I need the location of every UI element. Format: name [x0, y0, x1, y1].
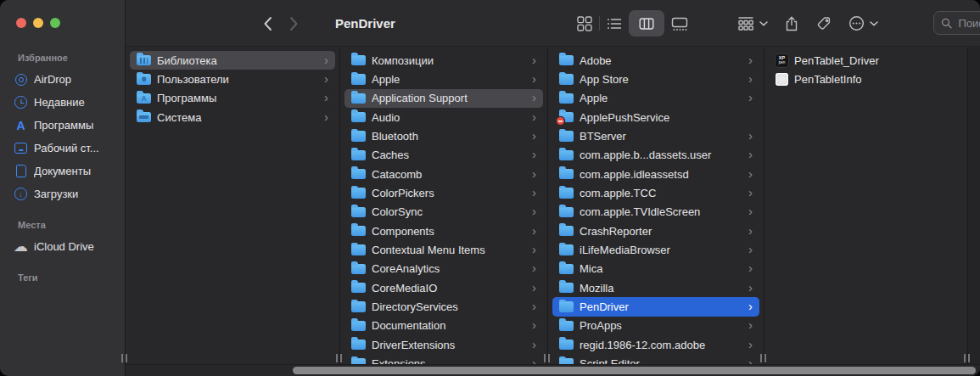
- disclosure-chevron-icon: [324, 110, 328, 123]
- file-row[interactable]: iLifeMediaBrowser: [552, 240, 759, 259]
- file-row[interactable]: Apple: [552, 89, 759, 108]
- file-row[interactable]: com.apple.TVIdleScreen: [552, 203, 759, 222]
- file-row[interactable]: CrashReporter: [552, 222, 759, 240]
- disclosure-chevron-icon: [532, 300, 536, 312]
- file-icon: [351, 301, 366, 312]
- file-row[interactable]: Catacomb: [344, 165, 543, 183]
- sidebar-item-label: iCloud Drive: [34, 240, 94, 253]
- file-row[interactable]: DirectoryServices: [344, 297, 543, 316]
- file-row[interactable]: PenDriver: [552, 297, 759, 316]
- file-row[interactable]: Audio: [344, 108, 543, 126]
- disclosure-chevron-icon: [532, 148, 536, 160]
- column-resize-handle[interactable]: [760, 354, 766, 362]
- sidebar-item[interactable]: iCloud Drive: [5, 235, 120, 258]
- file-icon: [351, 169, 366, 180]
- file-row[interactable]: com.apple.b...dassets.user: [552, 146, 759, 165]
- file-row[interactable]: CoreMediaIO: [344, 278, 543, 297]
- tag-icon: [815, 15, 832, 32]
- file-row[interactable]: Bluetooth: [344, 126, 543, 145]
- column-resize-handle[interactable]: [544, 354, 550, 362]
- file-row[interactable]: Caches: [344, 146, 543, 165]
- search-input[interactable]: [956, 16, 980, 31]
- horizontal-scrollbar-thumb[interactable]: [293, 367, 976, 374]
- column-resize-handle[interactable]: [121, 354, 127, 362]
- file-row[interactable]: com.apple.idleassetsd: [552, 165, 759, 183]
- file-row[interactable]: ColorPickers: [344, 183, 543, 202]
- window-title: PenDriver: [335, 0, 395, 47]
- file-row[interactable]: Система: [130, 108, 335, 126]
- file-row[interactable]: Библиотека: [130, 51, 335, 70]
- file-row[interactable]: ApplePushService: [552, 108, 759, 126]
- file-row[interactable]: Extensions: [344, 354, 543, 364]
- back-button[interactable]: [263, 16, 272, 31]
- sidebar-header-tags: Теги: [0, 272, 125, 283]
- sidebar-item[interactable]: Документы: [5, 160, 120, 182]
- share-icon: [783, 15, 800, 32]
- disclosure-chevron-icon: [532, 53, 536, 66]
- sidebar-item-label: Программы: [34, 119, 93, 132]
- search-field[interactable]: [933, 11, 980, 35]
- forward-button[interactable]: [289, 16, 299, 31]
- sidebar-item[interactable]: Программы: [5, 114, 120, 137]
- view-columns-button[interactable]: [629, 10, 664, 36]
- more-actions-button[interactable]: [848, 14, 878, 32]
- minimize-button[interactable]: [33, 18, 43, 28]
- file-row[interactable]: PenTablet_Driver: [769, 51, 963, 70]
- tags-button[interactable]: [815, 15, 832, 32]
- file-name: com.apple.TVIdleScreen: [580, 205, 739, 218]
- file-name: PenTablet_Driver: [794, 54, 943, 67]
- file-row[interactable]: PenTabletInfo: [769, 70, 963, 88]
- file-row[interactable]: Script Editor: [552, 354, 759, 364]
- file-row[interactable]: ColorSync: [344, 203, 543, 222]
- sidebar-locations-list: iCloud Drive: [0, 235, 125, 258]
- file-row[interactable]: Композиции: [344, 51, 543, 70]
- view-gallery-button[interactable]: [670, 15, 689, 32]
- share-button[interactable]: [783, 15, 800, 32]
- file-row[interactable]: Application Support: [344, 89, 543, 108]
- sidebar-item[interactable]: AirDrop: [5, 68, 120, 91]
- file-icon: [137, 55, 151, 66]
- file-row[interactable]: DriverExtensions: [344, 335, 543, 354]
- chevron-down-icon: [870, 21, 878, 26]
- file-row[interactable]: com.apple.TCC: [552, 183, 759, 202]
- group-by-button[interactable]: [736, 15, 768, 32]
- sidebar-item[interactable]: Загрузки: [5, 182, 120, 205]
- disclosure-chevron-icon: [748, 243, 753, 255]
- gallery-view-icon: [670, 15, 689, 32]
- column-resize-handle[interactable]: [336, 354, 342, 362]
- zoom-button[interactable]: [50, 18, 60, 28]
- sidebar-item[interactable]: Рабочий ст...: [5, 137, 120, 160]
- file-row[interactable]: Apple: [344, 70, 543, 88]
- file-row[interactable]: CoreAnalytics: [344, 260, 543, 278]
- view-switcher: [576, 10, 689, 36]
- view-icons-button[interactable]: [576, 15, 593, 32]
- file-row[interactable]: Пользователи: [130, 70, 335, 88]
- file-row[interactable]: Mozilla: [552, 278, 759, 297]
- column-divider: [764, 48, 764, 364]
- file-row[interactable]: Documentation: [344, 317, 543, 335]
- file-row[interactable]: ProApps: [552, 317, 759, 335]
- file-icon: [351, 207, 366, 218]
- file-row[interactable]: Adobe: [552, 51, 759, 70]
- file-name: com.apple.idleassetsd: [580, 168, 739, 181]
- file-icon: [559, 131, 574, 142]
- view-list-button[interactable]: [606, 15, 623, 32]
- toolbar: PenDriver: [126, 0, 980, 47]
- file-icon: [559, 74, 574, 85]
- file-name: Catacomb: [372, 168, 523, 181]
- file-name: iLifeMediaBrowser: [580, 244, 739, 256]
- file-name: com.apple.TCC: [580, 187, 739, 199]
- file-row[interactable]: regid.1986-12.com.adobe: [552, 335, 759, 354]
- file-row[interactable]: Программы: [130, 89, 335, 108]
- file-row[interactable]: BTServer: [552, 126, 759, 145]
- close-button[interactable]: [16, 18, 26, 28]
- sidebar-item[interactable]: Недавние: [5, 91, 120, 114]
- file-row[interactable]: Mica: [552, 260, 759, 278]
- column-resize-handle[interactable]: [964, 354, 970, 362]
- sidebar-item-label: Загрузки: [34, 188, 78, 200]
- file-row[interactable]: Components: [344, 222, 543, 240]
- file-icon: [351, 150, 366, 161]
- file-icon: [351, 226, 366, 237]
- file-row[interactable]: Contextual Menu Items: [344, 240, 543, 259]
- file-row[interactable]: App Store: [552, 70, 759, 88]
